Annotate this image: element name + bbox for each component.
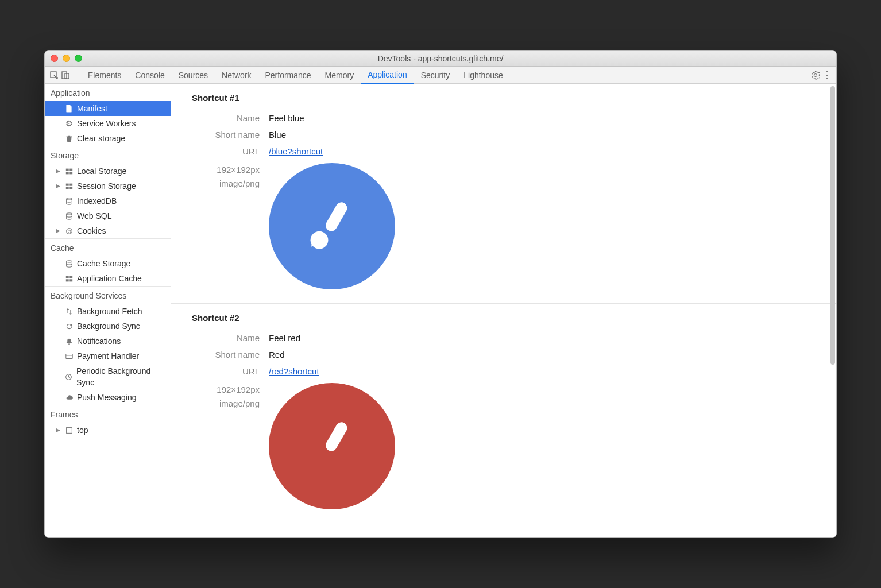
svg-rect-25 [66, 427, 72, 433]
sidebar-item-label: Payment Handler [77, 350, 139, 362]
titlebar: DevTools - app-shortcuts.glitch.me/ [45, 51, 836, 67]
transfer-icon [64, 307, 74, 316]
shortcut-section: Shortcut #1 Name Feel blue Short name Bl… [171, 84, 836, 304]
svg-rect-9 [65, 187, 68, 189]
sidebar-item-label: Notifications [77, 335, 121, 347]
cloud-icon [64, 393, 74, 402]
sidebar-item-web-sql[interactable]: Web SQL [45, 208, 171, 223]
cookie-icon [64, 226, 74, 235]
svg-point-12 [66, 212, 72, 214]
sidebar-item-clear-storage[interactable]: Clear storage [45, 131, 171, 146]
bell-icon [64, 336, 74, 346]
sidebar-item-label: Cache Storage [77, 258, 130, 269]
icon-mime: image/png [171, 397, 260, 411]
tab-elements[interactable]: Elements [81, 67, 128, 84]
inspect-icon[interactable] [48, 69, 60, 81]
scrollbar[interactable] [830, 86, 835, 535]
tab-memory[interactable]: Memory [318, 67, 361, 84]
sidebar-item-label: Session Storage [77, 180, 136, 192]
svg-point-13 [66, 228, 72, 234]
sidebar-item-label: Local Storage [77, 165, 126, 177]
sidebar-item-label: Periodic Background Sync [76, 365, 167, 388]
sidebar-item-label: Application Cache [77, 273, 142, 284]
sidebar-item-cookies[interactable]: ▶ Cookies [45, 223, 171, 238]
sidebar-item-top[interactable]: ▶ top [45, 423, 171, 438]
database-icon [64, 196, 74, 206]
tab-network[interactable]: Network [215, 67, 258, 84]
sidebar-item-background-sync[interactable]: Background Sync [45, 319, 171, 334]
sidebar-item-local-storage[interactable]: ▶ Local Storage [45, 164, 171, 179]
manifest-content: Shortcut #1 Name Feel blue Short name Bl… [171, 84, 836, 537]
sidebar-item-label: Cookies [77, 225, 106, 237]
sidebar-item-label: IndexedDB [77, 195, 117, 207]
field-label: URL [171, 366, 269, 376]
svg-rect-1 [62, 72, 67, 79]
device-toggle-icon[interactable] [60, 69, 71, 81]
card-icon [64, 351, 74, 361]
more-icon[interactable]: ⋮ [821, 69, 833, 81]
svg-rect-4 [69, 168, 72, 171]
sidebar-item-label: Service Workers [77, 118, 136, 129]
sidebar-item-session-storage[interactable]: ▶ Session Storage [45, 179, 171, 194]
svg-point-27 [311, 231, 329, 249]
sidebar-item-cache-storage[interactable]: Cache Storage [45, 256, 171, 271]
chevron-right-icon: ▶ [55, 180, 61, 192]
gear-icon: ⚙ [64, 119, 74, 128]
sidebar-item-application-cache[interactable]: Application Cache [45, 271, 171, 286]
section-heading: Shortcut #1 [171, 93, 836, 110]
svg-rect-26 [323, 200, 349, 234]
svg-rect-6 [69, 172, 72, 174]
sidebar-item-notifications[interactable]: Notifications [45, 334, 171, 349]
sidebar-item-manifest[interactable]: Manifest [45, 101, 171, 116]
sidebar-item-periodic-sync[interactable]: Periodic Background Sync [45, 363, 171, 390]
chevron-right-icon: ▶ [55, 165, 61, 177]
field-label: URL [171, 146, 269, 156]
svg-rect-5 [65, 172, 68, 174]
tab-sources[interactable]: Sources [172, 67, 215, 84]
field-value: Feel blue [269, 113, 304, 123]
icon-mime: image/png [171, 177, 260, 191]
svg-point-17 [70, 231, 71, 233]
separator [76, 70, 76, 80]
svg-rect-10 [69, 187, 72, 189]
tab-security[interactable]: Security [414, 67, 457, 84]
field-value: Feel red [269, 333, 300, 343]
icon-size: 192×192px [171, 163, 260, 177]
sidebar-item-background-fetch[interactable]: Background Fetch [45, 304, 171, 319]
tab-performance[interactable]: Performance [258, 67, 318, 84]
tab-console[interactable]: Console [128, 67, 171, 84]
svg-rect-21 [65, 279, 68, 281]
sidebar-item-label: Background Fetch [77, 305, 142, 317]
svg-point-15 [69, 230, 71, 231]
sidebar-item-push-messaging[interactable]: Push Messaging [45, 390, 171, 405]
sidebar-item-label: Background Sync [77, 320, 140, 332]
svg-rect-3 [65, 168, 68, 171]
scrollbar-thumb[interactable] [830, 86, 835, 365]
field-value: Red [269, 350, 285, 359]
url-link[interactable]: /blue?shortcut [269, 146, 323, 156]
chevron-right-icon: ▶ [55, 424, 61, 436]
sidebar-item-service-workers[interactable]: ⚙ Service Workers [45, 116, 171, 131]
sidebar-item-payment-handler[interactable]: Payment Handler [45, 349, 171, 363]
svg-point-18 [66, 260, 72, 262]
frame-icon [64, 425, 74, 435]
tab-lighthouse[interactable]: Lighthouse [457, 67, 510, 84]
svg-point-14 [68, 230, 69, 231]
sidebar-item-indexeddb[interactable]: IndexedDB [45, 194, 171, 208]
field-label: Short name [171, 350, 269, 359]
tab-application[interactable]: Application [361, 67, 414, 84]
clock-icon [64, 372, 73, 381]
shortcut-section: Shortcut #2 Name Feel red Short name Red… [171, 304, 836, 454]
url-link[interactable]: /red?shortcut [269, 366, 319, 376]
gear-icon[interactable] [810, 69, 821, 81]
grid-icon [64, 181, 74, 191]
section-heading: Shortcut #2 [171, 313, 836, 330]
shortcut-icon [269, 163, 395, 289]
sidebar-item-label: top [77, 424, 88, 436]
file-icon [64, 104, 74, 113]
brush-icon [300, 195, 364, 258]
sidebar-item-label: Push Messaging [77, 392, 137, 403]
field-label: Short name [171, 130, 269, 140]
group-storage: Storage [45, 146, 171, 164]
database-icon [64, 211, 74, 220]
